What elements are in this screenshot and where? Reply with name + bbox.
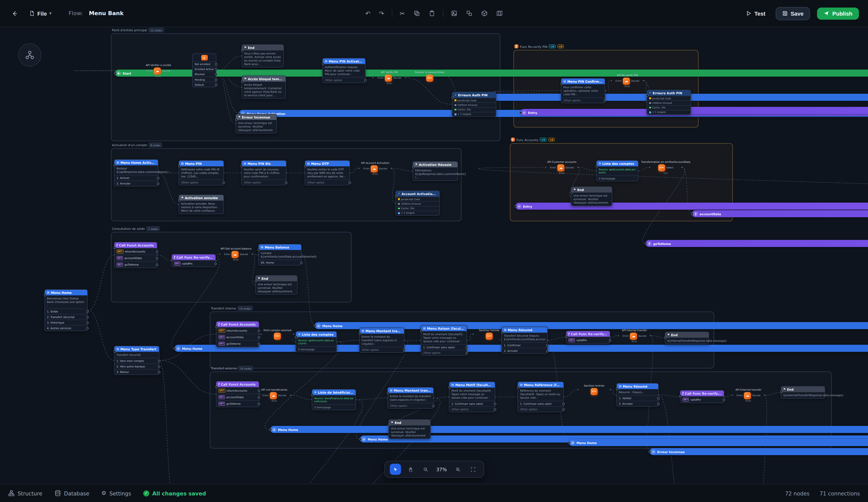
menu-option-row[interactable]: Other option bbox=[421, 350, 466, 355]
code-node[interactable]: Transformation en emitterAccountData</>S… bbox=[650, 160, 682, 174]
api-node[interactable]: API Vérifier si enrôléEnter☁SuccesError bbox=[142, 63, 175, 77]
api-node[interactable]: API List beneficiariesEnter☁SuccesError bbox=[258, 388, 290, 402]
settings-button[interactable]: ⚙ Settings bbox=[101, 490, 131, 496]
menu-option-row[interactable]: 3. Historique bbox=[45, 320, 87, 325]
call-target-link[interactable]: Funct Accounts bbox=[127, 243, 154, 247]
node-info[interactable]: ⚑Activation annuléeActivation annulée. N… bbox=[178, 195, 224, 214]
menu-option-row[interactable]: Other option bbox=[561, 97, 605, 103]
code-node[interactable]: Sanitize l'entrée</> bbox=[473, 328, 505, 339]
node-menu[interactable]: ▤Menu Home ActivationBonjour ${apiRespon… bbox=[114, 159, 158, 187]
flow-canvas[interactable]: Point d'entrée principal12 nodesƒFunc Re… bbox=[0, 0, 868, 502]
menu-option-row[interactable]: 4. Autres services bbox=[45, 325, 87, 331]
menu-option-row[interactable]: Other option bbox=[388, 403, 433, 408]
node-menu[interactable]: ▤Menu OTPVeuillez entrer le code OTP reç… bbox=[304, 160, 350, 186]
node-menu[interactable]: ▤Menu RésuméRésumé : Depuis...1. Valider… bbox=[616, 383, 659, 407]
node-info[interactable]: ⚑Accès bloqué tempor...Accès bloqué temp… bbox=[241, 76, 286, 99]
code-node[interactable]: Stocker la sessionToken</> bbox=[414, 71, 446, 81]
map-button[interactable] bbox=[495, 9, 504, 18]
node-menu[interactable]: ▤Menu PIN Confirmati...Pour confirmer ce… bbox=[561, 78, 605, 103]
node-end[interactable]: ⚑End${internalTransferResponse.data.mess… bbox=[665, 332, 709, 344]
node-call[interactable]: ƒCallFunct AccountsGETreturnAccountsSETa… bbox=[216, 381, 259, 407]
menu-option-row[interactable]: 1. Confirmer bbox=[502, 342, 547, 348]
menu-option-row[interactable]: Other option bbox=[241, 179, 286, 185]
branch-row[interactable]: Blocked bbox=[193, 72, 216, 77]
node-menu[interactable]: ▤Menu BalanceCompte ${emitterAccountData… bbox=[258, 244, 302, 265]
database-button[interactable]: Database bbox=[54, 490, 89, 496]
package-button[interactable] bbox=[480, 9, 488, 18]
jump-pill[interactable]: ⌂Menu Home bbox=[569, 439, 868, 446]
call-target-link[interactable]: Funct Accounts bbox=[229, 383, 256, 386]
redo-button[interactable]: ↷ bbox=[378, 9, 385, 18]
frame-button[interactable] bbox=[450, 9, 458, 18]
zoom-out-button[interactable] bbox=[420, 464, 431, 475]
duplicate-button[interactable] bbox=[465, 9, 473, 18]
menu-option-row[interactable]: 2. Transfert sécurisé bbox=[45, 314, 87, 320]
publish-button[interactable]: Publish bbox=[817, 7, 859, 19]
save-button[interactable]: Save bbox=[775, 7, 810, 20]
node-end[interactable]: ⚑EndUne erreur technique est survenue. V… bbox=[255, 275, 298, 295]
node-call[interactable]: ƒCallFunc Re-verify PINSETvalidPin bbox=[680, 390, 724, 403]
node-list[interactable]: ≡Liste de bénéficiairesSource: beneficia… bbox=[312, 389, 356, 410]
zoom-in-button[interactable] bbox=[452, 464, 463, 475]
node-menu[interactable]: ▤Menu Montant transf...Entrer le montant… bbox=[388, 387, 434, 409]
call-target-link[interactable]: Func Re-verify PIN bbox=[579, 332, 608, 336]
menu-option-row[interactable]: 1. Activer bbox=[114, 175, 158, 180]
menu-option-row[interactable]: Other option bbox=[179, 179, 224, 185]
call-target-link[interactable]: Func Re-verify PIN bbox=[184, 255, 213, 259]
node-menu[interactable]: ▤Menu PINDéfinissez votre code PIN (8 ch… bbox=[178, 160, 224, 186]
node-errjs[interactable]: ✓Erreurs Auth PINJavaScript Code1000ms t… bbox=[452, 92, 496, 117]
pan-tool-button[interactable] bbox=[405, 464, 416, 475]
node-info[interactable]: ⚑Erreur InconnueUne erreur technique est… bbox=[236, 114, 277, 134]
api-node[interactable]: API External transferEnter☁SuccesError bbox=[732, 388, 765, 402]
node-call[interactable]: ƒCallFunc Re-verify PINSETvalidPin bbox=[172, 254, 216, 267]
api-node[interactable]: API Get account balanceEnter☁SuccesError bbox=[220, 247, 252, 261]
api-node[interactable]: API Internal transferEnter☁SuccesError bbox=[618, 328, 651, 343]
node-call[interactable]: ƒCallFunc Re-verify PINSETvalidPin bbox=[566, 331, 610, 344]
node-end[interactable]: ⚑EndUne erreur technique est survenue. V… bbox=[571, 187, 612, 206]
menu-option-row[interactable]: 1. Continuer sans saisir bbox=[518, 401, 564, 406]
fit-view-button[interactable] bbox=[467, 464, 478, 475]
api-node[interactable]: API Verify PINEnter☁SuccesError bbox=[373, 71, 405, 84]
node-end[interactable]: ⚑EndVous n'êtes pas encore enrôlé. Activ… bbox=[241, 44, 284, 67]
jump-pill[interactable]: ⌂Menu Home bbox=[270, 426, 868, 433]
node-menu[interactable]: ▤Menu HomeBienvenue chez Zoelya Bank Cho… bbox=[44, 289, 88, 331]
node-info[interactable]: ⚑Activation RéussieFélicitations ${apiRe… bbox=[413, 161, 458, 181]
branch-row[interactable]: Default bbox=[193, 82, 216, 87]
branch-row[interactable]: Enrolled Active bbox=[193, 66, 216, 71]
node-errjs[interactable]: ✓Account Activation Er...JavaScript Code… bbox=[395, 190, 440, 216]
node-menu[interactable]: ▤Menu Type TransfertTransfert sécurisé1.… bbox=[114, 346, 159, 375]
node-end[interactable]: ⚑End${externalTransferResponse.data.mess… bbox=[781, 386, 825, 399]
menu-option-row[interactable]: 2. Annuler bbox=[114, 180, 158, 186]
api-node[interactable]: API Re-verify PINEnter☁SuccesError bbox=[611, 74, 643, 87]
menu-option-row[interactable]: 1. Continuer sans saisir bbox=[421, 344, 466, 350]
structure-button[interactable]: Structure bbox=[8, 490, 42, 496]
node-menu[interactable]: ▤Menu Motif (facultati...Motif du vireme… bbox=[449, 381, 495, 412]
api-node[interactable]: API Account ActivationEnter☁SuccesError bbox=[359, 161, 391, 175]
node-menu[interactable]: ▤Menu PIN ActivationAuthentification req… bbox=[322, 58, 366, 83]
menu-option-row[interactable]: Other option bbox=[305, 179, 350, 185]
error-jump-pill[interactable]: ⚠Erreur Inconnue bbox=[650, 448, 868, 455]
code-node[interactable]: Sanitize l'entrée</> bbox=[578, 384, 610, 395]
menu-option-row[interactable]: 1. Continuer sans saisir bbox=[450, 401, 495, 406]
file-menu-button[interactable]: File ▾ bbox=[26, 10, 54, 17]
menu-option-row[interactable]: 2. Annuler bbox=[502, 348, 547, 353]
node-errjs[interactable]: ✓Erreurs Auth PINJavaScript Code1000ms t… bbox=[647, 90, 691, 115]
menu-option-row[interactable]: 3. Retour bbox=[114, 369, 159, 375]
condition-node[interactable]: ⋔Not enrolledEnrolled ActiveBlockedPendi… bbox=[192, 53, 216, 87]
jump-pill[interactable]: ƒaccountData bbox=[692, 210, 868, 217]
start-node[interactable]: ▶Start bbox=[115, 70, 868, 77]
menu-option-row[interactable]: 00. Home bbox=[259, 260, 301, 265]
menu-option-row[interactable]: Other option bbox=[323, 77, 365, 83]
select-tool-button[interactable] bbox=[390, 464, 401, 475]
node-menu[interactable]: ▤Menu Référence (fac...Référence du vire… bbox=[517, 381, 564, 412]
node-call[interactable]: ƒCallFunct AccountsGETreturnAccountsSETa… bbox=[114, 242, 157, 268]
test-button[interactable]: Test bbox=[743, 10, 769, 17]
call-target-link[interactable]: Funct Accounts bbox=[229, 323, 256, 326]
menu-option-row[interactable]: 1. Solde bbox=[45, 308, 87, 314]
node-end[interactable]: ⚑EndUne erreur technique est survenue. V… bbox=[388, 419, 431, 439]
menu-option-row[interactable]: 1. Valider bbox=[617, 395, 658, 401]
call-target-link[interactable]: Func Re-verify PIN bbox=[693, 391, 722, 395]
code-node[interactable]: Omit compte selected</> bbox=[261, 328, 293, 339]
api-node[interactable]: API Customer accountsEnter☁SuccesError bbox=[546, 160, 578, 174]
jump-pill[interactable]: ƒgoToHome bbox=[645, 240, 868, 247]
